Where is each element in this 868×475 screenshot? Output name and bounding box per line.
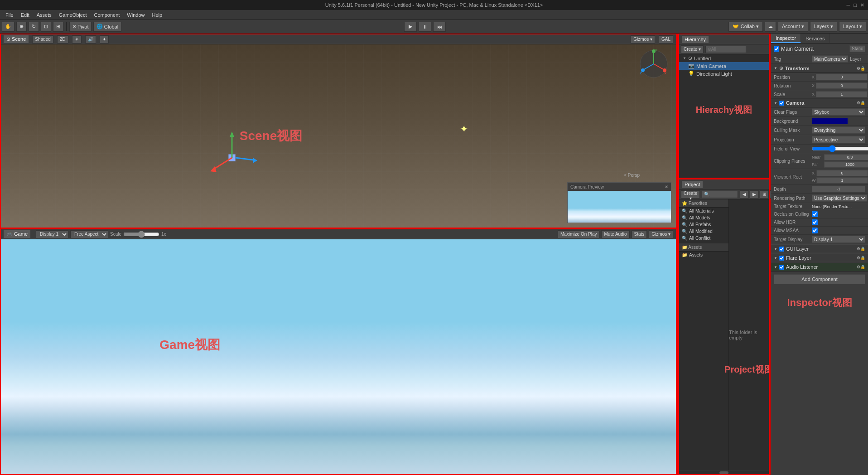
menu-help[interactable]: Help bbox=[148, 11, 166, 19]
project-view-cols[interactable]: ⊞ bbox=[760, 190, 769, 199]
menu-window[interactable]: Window bbox=[123, 11, 148, 19]
audio-toggle[interactable]: 🔊 bbox=[85, 35, 96, 44]
camera-preview-close[interactable]: ✕ bbox=[665, 184, 668, 189]
flare-layer-checkbox[interactable] bbox=[779, 256, 784, 261]
project-view-left[interactable]: ◀ bbox=[740, 190, 749, 199]
close-btn[interactable]: ✕ bbox=[860, 2, 864, 8]
culling-mask-dropdown[interactable]: Everything bbox=[812, 126, 865, 134]
mute-audio[interactable]: Mute Audio bbox=[601, 230, 629, 238]
tool-hand[interactable]: ✋ bbox=[2, 22, 14, 32]
project-view-right[interactable]: ▶ bbox=[750, 190, 759, 199]
rot-x-input[interactable] bbox=[816, 82, 868, 89]
menu-gameobject[interactable]: GameObject bbox=[55, 11, 91, 19]
tool-rect[interactable]: ⊞ bbox=[53, 22, 63, 32]
folder-all-materials[interactable]: 🔍 All Materials bbox=[679, 208, 728, 214]
gui-layer-checkbox[interactable] bbox=[779, 247, 784, 252]
account-btn[interactable]: Account ▾ bbox=[778, 22, 808, 32]
stats-btn[interactable]: Stats bbox=[632, 230, 647, 238]
flare-layer-header[interactable]: ▼ Flare Layer ⚙🔒 bbox=[771, 253, 868, 262]
minimize-btn[interactable]: ─ bbox=[847, 2, 850, 8]
aspect-select[interactable]: Free Aspect bbox=[70, 230, 108, 238]
hierarchy-item-directionallight[interactable]: 💡 Directional Light bbox=[679, 70, 769, 78]
rotation-row: Rotation X Y Z bbox=[771, 82, 868, 90]
transform-section[interactable]: ▼ ⊕ Transform ⚙🔒 bbox=[771, 64, 868, 73]
vp-w-input[interactable] bbox=[816, 177, 868, 184]
folder-assets[interactable]: 📁 Assets bbox=[679, 252, 728, 258]
game-tab[interactable]: 🎮 Game bbox=[4, 230, 30, 238]
vp-x-input[interactable] bbox=[816, 170, 868, 176]
menu-component[interactable]: Component bbox=[90, 11, 123, 19]
folder-all-conflict[interactable]: 🔍 All Conflict bbox=[679, 235, 728, 242]
near-input[interactable] bbox=[824, 154, 868, 160]
layers-btn[interactable]: Layers ▾ bbox=[810, 22, 837, 32]
camera-enabled-checkbox[interactable] bbox=[779, 101, 784, 106]
maximize-on-play[interactable]: Maximize On Play bbox=[558, 230, 600, 238]
scale-x-input[interactable] bbox=[816, 91, 868, 97]
fx-toggle[interactable]: ✦ bbox=[100, 35, 109, 44]
static-btn[interactable]: Static bbox=[849, 45, 865, 52]
depth-input[interactable] bbox=[812, 186, 865, 192]
cloud-btn[interactable]: ☁ bbox=[765, 22, 776, 32]
hdr-checkbox[interactable] bbox=[812, 219, 818, 225]
hierarchy-tab[interactable]: Hierarchy bbox=[682, 36, 709, 43]
tool-move[interactable]: ⊕ bbox=[16, 22, 27, 32]
clear-flags-dropdown[interactable]: Skybox bbox=[812, 108, 865, 116]
display-select[interactable]: Display 1 bbox=[36, 230, 68, 238]
folder-all-models[interactable]: 🔍 All Models bbox=[679, 214, 728, 221]
hierarchy-item-maincamera[interactable]: 📷 Main Camera bbox=[679, 62, 769, 70]
tool-scale[interactable]: ⊡ bbox=[41, 22, 51, 32]
layout-btn[interactable]: Layout ▾ bbox=[839, 22, 866, 32]
rendering-path-dropdown[interactable]: Use Graphics Settings bbox=[812, 194, 867, 202]
project-scrollbar-thumb[interactable] bbox=[719, 471, 728, 474]
hierarchy-search[interactable] bbox=[705, 46, 746, 53]
audio-listener-header[interactable]: ▼ Audio Listener ⚙🔒 bbox=[771, 262, 868, 271]
menu-edit[interactable]: Edit bbox=[17, 11, 33, 19]
collab-btn[interactable]: 🤝 Collab ▾ bbox=[728, 22, 763, 32]
step-btn[interactable]: ⏭ bbox=[433, 22, 446, 32]
flare-layer-options[interactable]: ⚙🔒 bbox=[857, 256, 865, 260]
project-create-btn[interactable]: Create ▾ bbox=[681, 190, 700, 199]
fov-slider[interactable] bbox=[812, 146, 868, 151]
occlusion-checkbox[interactable] bbox=[812, 211, 818, 217]
menu-assets[interactable]: Assets bbox=[33, 11, 55, 19]
light-toggle[interactable]: ☀ bbox=[72, 35, 82, 44]
transform-options[interactable]: ⚙🔒 bbox=[857, 66, 865, 71]
shading-mode[interactable]: Shaded bbox=[32, 35, 53, 44]
target-display-dropdown[interactable]: Display 1 bbox=[812, 236, 865, 243]
hierarchy-create-btn[interactable]: Create ▾ bbox=[681, 45, 704, 53]
tag-dropdown[interactable]: MainCamera bbox=[812, 55, 848, 63]
camera-options[interactable]: ⚙🔒 bbox=[857, 101, 865, 105]
pos-x-input[interactable] bbox=[816, 74, 868, 80]
object-active-checkbox[interactable] bbox=[774, 46, 779, 52]
2d-btn[interactable]: 2D bbox=[57, 35, 68, 44]
maximize-btn[interactable]: □ bbox=[854, 2, 857, 8]
camera-section[interactable]: ▼ Camera ⚙🔒 bbox=[771, 99, 868, 107]
audio-listener-checkbox[interactable] bbox=[779, 265, 784, 270]
tab-services[interactable]: Services bbox=[801, 34, 829, 43]
audio-listener-options[interactable]: ⚙🔒 bbox=[857, 265, 865, 269]
gui-layer-header[interactable]: ▼ GUI Layer ⚙🔒 bbox=[771, 244, 868, 253]
far-input[interactable] bbox=[824, 161, 868, 168]
projection-dropdown[interactable]: Perspective bbox=[812, 136, 865, 143]
gal-btn[interactable]: GAL bbox=[659, 35, 673, 44]
pivot-btn[interactable]: ⊙ Pivot bbox=[69, 22, 92, 32]
project-search[interactable] bbox=[702, 191, 738, 198]
folder-all-modified[interactable]: 🔍 All Modified bbox=[679, 228, 728, 235]
msaa-checkbox[interactable] bbox=[812, 228, 818, 233]
game-gizmos-btn[interactable]: Gizmos ▾ bbox=[649, 230, 673, 238]
global-btn[interactable]: 🌐 Global bbox=[93, 22, 121, 32]
scale-slider[interactable] bbox=[123, 231, 159, 238]
project-tab[interactable]: Project bbox=[682, 181, 703, 188]
menu-file[interactable]: File bbox=[2, 11, 17, 19]
scene-tab[interactable]: ⊙ Scene bbox=[4, 35, 29, 43]
play-btn[interactable]: ▶ bbox=[404, 22, 417, 32]
gui-layer-options[interactable]: ⚙🔒 bbox=[857, 247, 865, 251]
gizmos-btn[interactable]: Gizmos ▾ bbox=[631, 35, 655, 44]
add-component-btn[interactable]: Add Component bbox=[774, 274, 865, 284]
tab-inspector[interactable]: Inspector bbox=[771, 34, 801, 43]
tool-rotate[interactable]: ↻ bbox=[29, 22, 39, 32]
hierarchy-item-untitled[interactable]: ▼ ⊙ Untitled bbox=[679, 54, 769, 62]
pause-btn[interactable]: ⏸ bbox=[419, 22, 431, 32]
background-color[interactable] bbox=[812, 118, 848, 124]
folder-all-prefabs[interactable]: 🔍 All Prefabs bbox=[679, 221, 728, 228]
